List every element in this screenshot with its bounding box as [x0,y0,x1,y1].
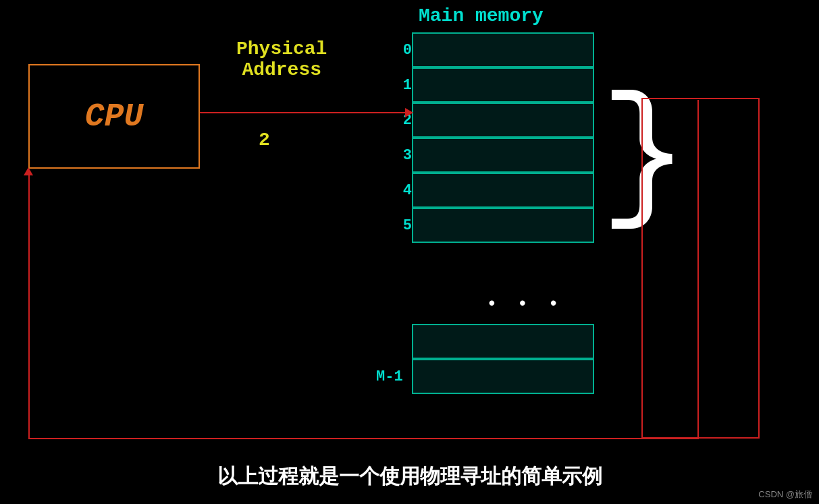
cell-num-3: 3 [388,138,412,173]
memory-cell-0 [412,32,594,67]
memory-cell-blank [412,324,594,359]
memory-grid-top [412,32,594,243]
arrow-up-head-icon [24,167,33,175]
cpu-label: CPU [85,99,143,135]
watermark: CSDN @旅僧 [758,488,812,501]
cell-num-5: 5 [388,208,412,243]
cell-label-m1: M-1 [376,368,403,385]
cell-num-4: 4 [388,173,412,208]
caption-bar: 以上过程就是一个使用物理寻址的简单示例 [0,463,819,491]
memory-cell-m1: M-1 [412,359,594,394]
memory-cell-3 [412,138,594,173]
diagram-container: CPU Physical Address 2 Main memory 0 1 2… [0,0,819,466]
cell-num-0: 0 [388,32,412,67]
memory-cell-5 [412,208,594,243]
caption-text: 以上过程就是一个使用物理寻址的简单示例 [217,465,602,487]
memory-cell-2 [412,103,594,138]
memory-cell-4 [412,173,594,208]
physical-text: Physical [236,38,327,59]
cpu-box: CPU [28,64,200,169]
dots: • • • [486,293,563,314]
cell-num-1: 1 [388,67,412,103]
address-number-2: 2 [259,130,270,150]
arrow-right-vertical [697,100,699,439]
arrow-bottom-horizontal [28,438,699,439]
address-text: Address [236,59,327,80]
memory-cell-numbers: 0 1 2 3 4 5 [388,32,412,243]
memory-cell-1 [412,67,594,103]
main-memory-label: Main memory [419,5,544,26]
physical-address-label: Physical Address [236,38,327,80]
memory-grid-bottom: M-1 [412,324,594,394]
cpu-to-memory-arrow [200,112,413,113]
red-storage-box [641,98,760,439]
arrow-left-vertical [28,171,30,439]
